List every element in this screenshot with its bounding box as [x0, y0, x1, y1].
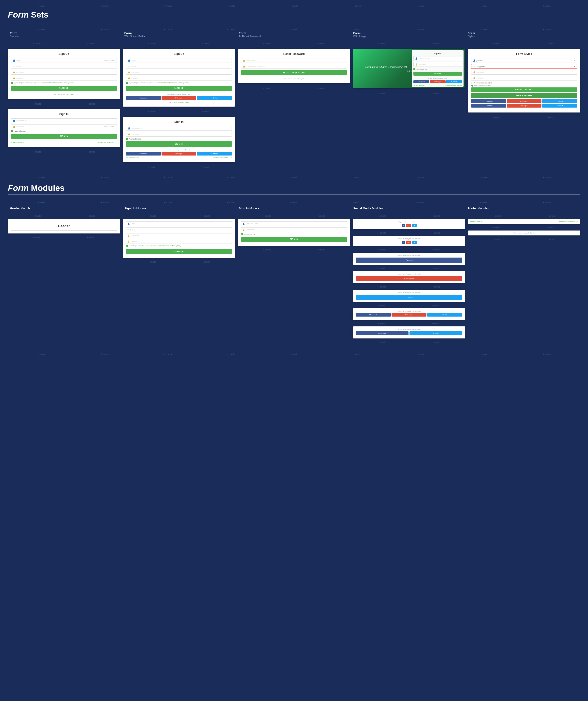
forgot-link[interactable]: Forgot Password? — [11, 142, 24, 143]
styles-confirm-field[interactable]: 🔒 Confirm — [471, 76, 577, 80]
login-social-field[interactable]: 👤 Login — [126, 58, 232, 63]
login-field[interactable]: 👤 Login ########## — [11, 58, 117, 63]
reset-signin-link[interactable]: Sign In — [300, 78, 305, 80]
confirm-password-field[interactable]: 🔒 Confirm new password — [241, 64, 347, 69]
tw-styles-btn1[interactable]: ✦ Twitter — [542, 99, 577, 103]
facebook-button-signup[interactable]: f Facebook — [126, 96, 161, 100]
gp-img-btn[interactable]: G+ Google+ — [430, 80, 446, 83]
remember-image-checkbox[interactable] — [413, 68, 415, 70]
wm — [378, 267, 386, 269]
need-account-link[interactable]: Need an account? Sign Up — [98, 142, 117, 143]
wm-mod-col4-bot — [353, 340, 465, 344]
twitter-button-signup[interactable]: ✦ Twitter — [197, 96, 232, 100]
gp-full-btn[interactable]: G+ Google+ — [356, 276, 462, 281]
wm-col3-bottom — [238, 86, 350, 90]
googleplus-button-signup[interactable]: G+ Google+ — [162, 96, 196, 100]
terms-checkbox-row[interactable]: By creating an account you agree to our … — [11, 82, 117, 84]
pass-image-field[interactable]: 🔒 Password — [413, 62, 462, 67]
fb-styles-btn2[interactable]: f Facebook — [471, 104, 506, 107]
terms-checkbox[interactable] — [11, 82, 13, 84]
signup-mod-login[interactable]: 👤 Login — [126, 221, 232, 226]
section2-divider — [8, 194, 580, 195]
reset-button[interactable]: RESET PASSWORD — [241, 70, 347, 75]
social-mod-1-text: Sign up with your social media — [356, 221, 462, 223]
fb-styles-btn1[interactable]: f Facebook — [471, 99, 506, 103]
tw-styles-btn2[interactable]: ✦ Twitter — [542, 104, 577, 107]
signup-mod-email[interactable]: ✉ E-mail — [126, 227, 232, 232]
fb-social-mod7[interactable]: f Facebook — [356, 331, 409, 335]
signin-social-button[interactable]: SIGN IN — [126, 141, 232, 147]
gp-styles-btn2[interactable]: G+ Google+ — [507, 104, 542, 107]
tw-img-btn[interactable]: ✦ Twitter — [446, 80, 462, 83]
login-signin-social-field[interactable]: 👤 Login or E-mail — [126, 126, 232, 131]
new-password-field[interactable]: 🔒 New password — [241, 58, 347, 63]
watermark-row-top — [8, 4, 580, 8]
forgot-image-link[interactable]: Forgot Password? — [413, 84, 425, 86]
signin-mod-login[interactable]: 👤 Login or E-mail — [241, 221, 347, 226]
terms-social-row[interactable]: By creating an account you agree to our … — [126, 82, 232, 84]
fb-social-mod1[interactable]: f — [401, 224, 405, 227]
signup-mod-pass[interactable]: 🔒 Password — [126, 233, 232, 238]
signup-mod-terms-row[interactable]: By creating an account you agree to our … — [126, 245, 232, 247]
wm-col3-top — [238, 42, 350, 46]
signin-mod-link[interactable]: Sign In — [530, 232, 535, 234]
wm — [164, 353, 172, 355]
facebook-button-signin[interactable]: f Facebook — [126, 152, 161, 156]
signin-mod-pass[interactable]: 🔒 Password — [241, 227, 347, 232]
confirm-social-field[interactable]: 🔒 Confirm — [126, 76, 232, 80]
tw-full-btn[interactable]: ✦ Twitter — [356, 295, 462, 300]
hover-button[interactable]: HOVER BUTTON — [471, 93, 577, 98]
gp-social-mod1[interactable]: G+ — [406, 224, 411, 227]
forgot-social-link[interactable]: Forgot Password? — [126, 157, 139, 159]
tw-social-mod1[interactable]: ✦ — [412, 224, 416, 227]
login-email-field[interactable]: 👤 Login or E-mail — [11, 119, 117, 123]
fb-img-btn[interactable]: f Facebook — [413, 80, 429, 83]
signin-link[interactable]: Sign In — [69, 93, 74, 95]
login-social-label: Login — [131, 60, 136, 61]
styles-email-field[interactable]: ✉ johny.gmail.com ✕ — [471, 64, 577, 69]
need-image-link[interactable]: Need an account? Sign Up — [446, 84, 462, 86]
gp-social-mod6[interactable]: G+ Google+ — [391, 313, 426, 316]
need-account-social-link[interactable]: Need an account? Sign Up — [213, 157, 232, 159]
googleplus-button-signin[interactable]: G+ Google+ — [162, 152, 196, 156]
styles-login-field[interactable]: 👤 johny51 ✓ — [471, 58, 577, 63]
password-signin-field[interactable]: 🔒 Password ########## — [11, 124, 117, 129]
remember-social-checkbox[interactable] — [126, 138, 128, 140]
fb-full-btn[interactable]: f Facebook — [356, 258, 462, 263]
lock-icon-ss: 🔒 — [128, 133, 130, 136]
need-account-mod-link[interactable]: Need an account? Sign Up — [559, 221, 578, 222]
remember-checkbox[interactable] — [11, 130, 13, 132]
pass-signin-social-field[interactable]: 🔒 Password — [126, 132, 232, 137]
password-field[interactable]: 🔒 Password — [11, 70, 117, 74]
tw-social-mod2[interactable]: ✦ — [412, 241, 416, 244]
styles-password-field[interactable]: 🔒 Password — [471, 70, 577, 74]
signup-social-button[interactable]: SIGN UP — [126, 86, 232, 91]
signup-button[interactable]: SIGN UP — [11, 86, 117, 91]
twitter-button-signin[interactable]: ✦ Twitter — [197, 152, 232, 156]
login-image-field[interactable]: 👤 Login or E-mail — [413, 56, 462, 61]
wm — [432, 267, 440, 269]
forgot-mod-link[interactable]: Forgot Password? — [471, 221, 483, 222]
gp-social-mod2[interactable]: G+ — [406, 241, 411, 244]
normal-button[interactable]: NORMAL BUTTON — [471, 87, 577, 92]
pass-social-field[interactable]: 🔒 Password — [126, 70, 232, 74]
tw-social-mod7[interactable]: ✦ Twitter — [409, 331, 462, 335]
signin-mod-remember-check[interactable] — [241, 233, 243, 235]
signin-social-link[interactable]: Sign In — [185, 101, 189, 103]
email-social-field[interactable]: ✉ E-mail — [126, 64, 232, 69]
signin-image-button[interactable]: SIGN IN — [413, 72, 462, 75]
signup-mod-confirm[interactable]: 🔒 Confirm — [126, 239, 232, 244]
pass-social-label: Password — [131, 71, 139, 73]
signin-mod-button[interactable]: SIGN IN — [241, 237, 347, 242]
confirm-field[interactable]: 🔒 Confirm — [11, 76, 117, 80]
fb-social-mod6[interactable]: f Facebook — [356, 313, 391, 316]
tw-social-mod6[interactable]: ✦ Twitter — [427, 313, 462, 316]
watermark-envato — [479, 5, 488, 7]
email-field[interactable]: ✉ E-mail — [11, 64, 117, 69]
signin-button[interactable]: SIGN IN — [11, 134, 117, 139]
signup-mod-terms-checkbox[interactable] — [126, 245, 127, 247]
gp-styles-btn1[interactable]: G+ Google+ — [507, 99, 542, 103]
signup-mod-button[interactable]: SIGN UP — [126, 249, 232, 254]
terms-social-checkbox[interactable] — [126, 82, 128, 84]
fb-social-mod2[interactable]: f — [401, 241, 405, 244]
